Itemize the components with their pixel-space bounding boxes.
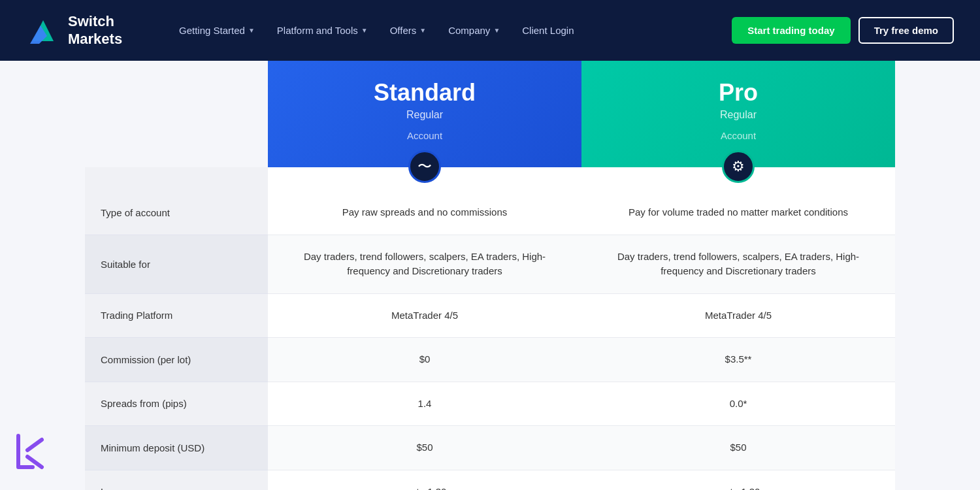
logo[interactable]: Switch Markets: [26, 13, 144, 48]
standard-column-header: Standard Regular Account 〜: [268, 61, 581, 167]
start-trading-button[interactable]: Start trading today: [732, 17, 850, 44]
row-standard-type: Pay raw spreads and no commissions: [268, 191, 581, 235]
row-label-deposit: Minimum deposit (USD): [85, 426, 268, 470]
nav-links: Getting Started ▼ Platform and Tools ▼ O…: [170, 20, 706, 41]
row-label-leverage: Leverage: [85, 470, 268, 491]
nav-client-login[interactable]: Client Login: [513, 20, 583, 41]
row-standard-commission: $0: [268, 338, 581, 382]
row-label-platform: Trading Platform: [85, 294, 268, 338]
pro-icon: ⚙: [722, 150, 755, 183]
row-label-spreads: Spreads from (pips): [85, 382, 268, 427]
nav-platform-tools[interactable]: Platform and Tools ▼: [268, 20, 377, 41]
spacer-label: [85, 167, 268, 191]
navbar: Switch Markets Getting Started ▼ Platfor…: [0, 0, 980, 61]
comparison-table: Standard Regular Account 〜 Pro Regular A…: [85, 61, 895, 490]
row-label-commission: Commission (per lot): [85, 338, 268, 382]
row-pro-platform: MetaTrader 4/5: [581, 294, 895, 338]
row-pro-deposit: $50: [581, 426, 895, 470]
pro-tier-label: Pro: [595, 79, 882, 106]
chevron-down-icon: ▼: [248, 27, 255, 34]
row-pro-commission: $3.5**: [581, 338, 895, 382]
standard-icon: 〜: [408, 150, 441, 183]
try-demo-button[interactable]: Try free demo: [858, 17, 954, 44]
nav-company[interactable]: Company ▼: [439, 20, 509, 41]
row-label-suitable: Suitable for: [85, 235, 268, 294]
row-standard-suitable: Day traders, trend followers, scalpers, …: [268, 235, 581, 294]
chevron-down-icon: ▼: [361, 27, 368, 34]
pro-subtitle: Regular: [595, 109, 882, 121]
nav-offers[interactable]: Offers ▼: [381, 20, 435, 41]
lc-logo: [13, 431, 52, 477]
row-standard-spreads: 1.4: [268, 382, 581, 427]
row-pro-spreads: 0.0*: [581, 382, 895, 427]
chevron-down-icon: ▼: [419, 27, 426, 34]
chevron-down-icon: ▼: [493, 27, 500, 34]
row-standard-deposit: $50: [268, 426, 581, 470]
switch-markets-logo-icon: [26, 14, 60, 48]
standard-subtitle: Regular: [281, 109, 568, 121]
row-pro-type: Pay for volume traded no matter market c…: [581, 191, 895, 235]
row-standard-leverage: up to 1:30: [268, 470, 581, 491]
nav-actions: Start trading today Try free demo: [732, 17, 954, 44]
standard-tier-label: Standard: [281, 79, 568, 106]
logo-text: Switch Markets: [68, 13, 122, 48]
pro-column-header: Pro Regular Account ⚙: [581, 61, 895, 167]
row-standard-platform: MetaTrader 4/5: [268, 294, 581, 338]
row-pro-suitable: Day traders, trend followers, scalpers, …: [581, 235, 895, 294]
nav-getting-started[interactable]: Getting Started ▼: [170, 20, 264, 41]
row-pro-leverage: up to 1:30: [581, 470, 895, 491]
header-spacer: [85, 61, 268, 167]
main-content: Standard Regular Account 〜 Pro Regular A…: [0, 61, 980, 490]
row-label-type: Type of account: [85, 191, 268, 235]
